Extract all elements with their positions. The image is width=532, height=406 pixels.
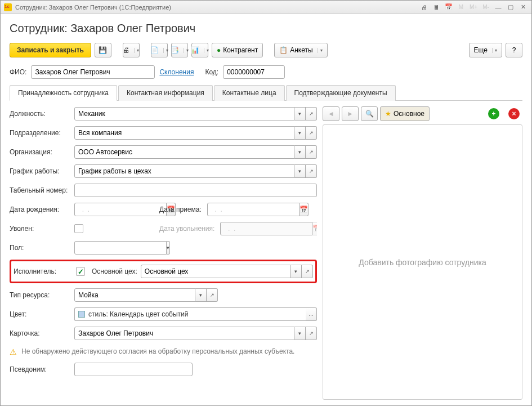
chevron-down-icon: ▾ — [492, 48, 497, 53]
app-logo-icon — [4, 3, 12, 11]
alias-label: Псевдоним: — [10, 365, 74, 373]
delete-photo-button[interactable]: × — [506, 106, 522, 121]
main-shop-input[interactable] — [141, 265, 290, 278]
save-button[interactable]: 💾 — [95, 43, 111, 57]
tab-documents[interactable]: Подтверждающие документы — [286, 85, 396, 101]
dropdown-icon[interactable]: ▾ — [294, 327, 306, 340]
tab-contact-persons[interactable]: Контактные лица — [214, 85, 285, 101]
org-input[interactable] — [74, 145, 294, 159]
tabnum-input[interactable] — [74, 184, 317, 197]
open-icon[interactable]: ↗ — [302, 265, 313, 278]
print-button[interactable]: 🖨▾ — [123, 43, 140, 57]
department-input[interactable] — [74, 126, 294, 140]
more-button[interactable]: Еще▾ — [469, 43, 502, 57]
executor-label: Исполнитель: — [14, 267, 76, 275]
print-icon[interactable]: 🖨 — [419, 3, 429, 12]
dropdown-icon[interactable]: ▾ — [167, 241, 170, 255]
calendar-icon[interactable]: 📅 — [444, 3, 454, 12]
color-label: Цвет: — [10, 310, 74, 318]
calendar-icon[interactable]: 📅 — [299, 203, 309, 216]
code-label: Код: — [205, 68, 218, 76]
chevron-down-icon: ▾ — [163, 48, 168, 53]
star-icon: ★ — [385, 110, 391, 118]
minimize-icon[interactable]: — — [493, 3, 503, 12]
position-input[interactable] — [74, 107, 294, 121]
doc2-button[interactable]: 📑▾ — [171, 43, 188, 57]
dropdown-icon[interactable]: ▾ — [294, 145, 306, 159]
magnifier-icon: 🔍 — [365, 110, 374, 118]
photo-column: ◄ ► 🔍 ★Основное + × Добавить фотографию … — [323, 106, 522, 400]
m-minus-icon: M- — [481, 3, 491, 12]
dob-input[interactable] — [74, 203, 167, 216]
position-label: Должность: — [10, 110, 74, 118]
arrow-right-icon: ► — [347, 110, 354, 118]
zoom-button[interactable]: 🔍 — [361, 106, 378, 121]
plus-icon: ● — [217, 46, 221, 54]
surveys-button[interactable]: 📋Анкеты▾ — [274, 43, 327, 57]
next-button[interactable]: ► — [342, 106, 359, 121]
fired-checkbox[interactable] — [74, 224, 83, 233]
photo-placeholder[interactable]: Добавить фотографию сотрудника — [323, 124, 522, 400]
color-value: стиль: Календарь цвет событий — [88, 310, 188, 318]
doc3-button[interactable]: 📊▾ — [191, 43, 208, 57]
tab-affiliation[interactable]: Принадлежность сотрудника — [10, 85, 117, 101]
doc1-button[interactable]: 📄▾ — [151, 43, 168, 57]
save-icon: 💾 — [99, 46, 107, 54]
dropdown-icon[interactable]: ▾ — [294, 126, 306, 140]
hire-input[interactable] — [207, 203, 299, 216]
warning-text: Не обнаружено действующего согласия на о… — [21, 347, 294, 355]
sex-label: Пол: — [10, 244, 74, 252]
schedule-input[interactable] — [74, 164, 294, 178]
declensions-link[interactable]: Склонения — [159, 68, 194, 76]
open-icon[interactable]: ↗ — [306, 107, 317, 121]
executor-checkbox[interactable] — [76, 267, 85, 276]
document-icon: 📄 — [150, 46, 159, 54]
prev-button[interactable]: ◄ — [323, 106, 339, 121]
help-button[interactable]: ? — [506, 43, 522, 57]
x-circle-icon: × — [508, 108, 520, 119]
open-icon[interactable]: ↗ — [207, 288, 218, 302]
executor-highlighted-row: Исполнитель: Основной цех: ▾↗ — [10, 260, 317, 283]
schedule-label: График работы: — [10, 167, 74, 175]
sex-input[interactable] — [74, 241, 167, 255]
save-close-button[interactable]: Записать и закрыть — [10, 43, 91, 57]
open-icon[interactable]: ↗ — [306, 327, 317, 340]
restype-input[interactable] — [74, 288, 195, 302]
add-photo-button[interactable]: + — [485, 106, 502, 121]
dropdown-icon[interactable]: ▾ — [294, 107, 306, 121]
calculator-icon[interactable]: 🖩 — [431, 3, 441, 12]
fio-input[interactable] — [31, 65, 155, 79]
window-title: Сотрудник: Захаров Олег Петрович (1С:Пре… — [15, 4, 171, 11]
m-plus-icon: M+ — [468, 3, 479, 12]
main-photo-button[interactable]: ★Основное — [380, 106, 430, 121]
titlebar: Сотрудник: Захаров Олег Петрович (1С:Пре… — [1, 1, 531, 14]
form-column: Должность: ▾↗ Подразделение: ▾↗ Организа… — [10, 106, 317, 400]
surveys-label: Анкеты — [290, 46, 312, 54]
close-icon[interactable]: ✕ — [518, 3, 528, 12]
window: Сотрудник: Захаров Олег Петрович (1С:Пре… — [0, 0, 532, 406]
color-swatch-icon — [78, 311, 85, 318]
alias-input[interactable] — [74, 363, 193, 376]
card-label: Карточка: — [10, 329, 74, 337]
ellipsis-button[interactable]: … — [306, 307, 317, 321]
restype-label: Тип ресурса: — [10, 291, 74, 299]
open-icon[interactable]: ↗ — [306, 126, 317, 140]
card-input[interactable] — [74, 327, 294, 340]
main-toolbar: Записать и закрыть 💾 🖨▾ 📄▾ 📑▾ 📊▾ ●Контра… — [10, 43, 522, 57]
open-icon[interactable]: ↗ — [306, 164, 317, 178]
dropdown-icon[interactable]: ▾ — [195, 288, 207, 302]
fired-label: Уволен: — [10, 225, 74, 233]
chevron-down-icon: ▾ — [318, 48, 323, 53]
main-shop-label: Основной цех: — [92, 267, 137, 275]
chevron-down-icon: ▾ — [184, 48, 189, 53]
maximize-icon[interactable]: ▢ — [506, 3, 516, 12]
tab-contact-info[interactable]: Контактная информация — [118, 85, 213, 101]
open-icon[interactable]: ↗ — [306, 145, 317, 159]
code-input[interactable] — [223, 65, 285, 79]
counterparty-button[interactable]: ●Контрагент — [212, 43, 263, 57]
main-photo-label: Основное — [394, 110, 424, 118]
chevron-down-icon: ▾ — [204, 48, 209, 53]
dropdown-icon[interactable]: ▾ — [290, 265, 302, 278]
dropdown-icon[interactable]: ▾ — [294, 164, 306, 178]
org-label: Организация: — [10, 148, 74, 156]
